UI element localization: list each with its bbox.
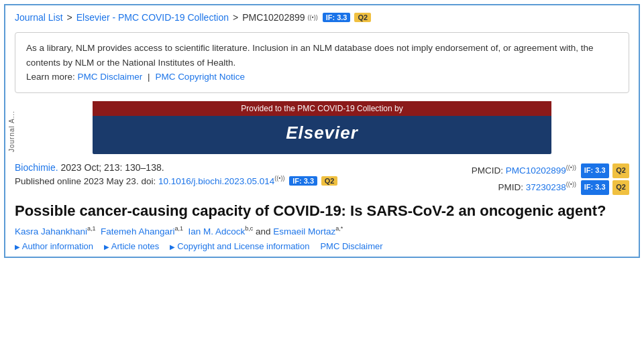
article-notes-link[interactable]: Article notes — [104, 241, 159, 251]
wireless-icon-breadcrumb: ((•)) — [308, 14, 318, 21]
author1-link[interactable]: Kasra Jahankhani — [15, 226, 87, 236]
doi-line: Published online 2023 May 23. doi: 10.10… — [15, 175, 472, 186]
pmcid-label: PMCID: — [472, 165, 503, 175]
breadcrumb-journal-list[interactable]: Journal List — [15, 12, 63, 23]
pmc-disclaimer-link[interactable]: PMC Disclaimer — [78, 72, 143, 82]
article-authors: Kasra Jahankhania,1 Fatemeh Ahangaria,1 … — [15, 225, 629, 236]
pmc-copyright-link[interactable]: PMC Copyright Notice — [155, 72, 245, 82]
author4-sup: a,* — [335, 225, 343, 232]
pipe-separator: | — [148, 72, 150, 82]
pmid-line: PMID: 37230238((•)) IF: 3.3 Q2 — [472, 179, 629, 196]
journal-line: Biochimie. 2023 Oct; 213: 130–138. — [15, 162, 472, 173]
breadcrumb-sep1: > — [67, 12, 72, 23]
author3-link[interactable]: Ian M. Adcock — [188, 226, 245, 236]
article-meta: Biochimie. 2023 Oct; 213: 130–138. Publi… — [15, 162, 629, 196]
journal-date-pages: 2023 Oct; 213: 130–138. — [60, 162, 164, 173]
pmc-disclaimer-footer-link[interactable]: PMC Disclaimer — [320, 241, 382, 251]
pmcid-line: PMCID: PMC10202899((•)) IF: 3.3 Q2 — [472, 162, 629, 179]
journal-tab-label: Journal A... — [8, 111, 15, 152]
banner-red-bar: Provided to the PMC COVID-19 Collection … — [93, 101, 551, 116]
author3-sup: b,c — [245, 225, 253, 232]
published-online-label: Published online 2023 May 23. doi: — [15, 176, 156, 186]
pmid-value-link[interactable]: 37230238 — [526, 182, 566, 192]
article-meta-left: Biochimie. 2023 Oct; 213: 130–138. Publi… — [15, 162, 472, 186]
q2-badge-breadcrumb: Q2 — [354, 13, 371, 22]
banner-provided-text: Provided to the PMC COVID-19 Collection … — [241, 104, 402, 113]
pmid-label: PMID: — [498, 182, 523, 192]
disclaimer-box: As a library, NLM provides access to sci… — [15, 32, 629, 93]
breadcrumb-sep2: > — [233, 12, 238, 23]
banner-publisher: Elsevier — [93, 123, 551, 143]
and-text: and — [256, 226, 273, 236]
if-badge-pmcid: IF: 3.3 — [581, 163, 609, 178]
article-meta-right: PMCID: PMC10202899((•)) IF: 3.3 Q2 PMID:… — [472, 162, 629, 196]
if-badge-breadcrumb: IF: 3.3 — [323, 13, 351, 22]
wireless-icon-pmcid: ((•)) — [566, 164, 576, 171]
journal-name-link[interactable]: Biochimie. — [15, 162, 58, 173]
elsevier-banner: Provided to the PMC COVID-19 Collection … — [93, 101, 551, 154]
author4-link[interactable]: Esmaeil Mortaz — [273, 226, 335, 236]
doi-link[interactable]: 10.1016/j.biochi.2023.05.014 — [158, 176, 274, 186]
article-title: Possible cancer-causing capacity of COVI… — [15, 202, 629, 221]
q2-badge-pmcid: Q2 — [612, 163, 629, 178]
if-badge-pmid: IF: 3.3 — [581, 180, 609, 195]
wireless-icon-doi: ((•)) — [274, 175, 284, 182]
main-container: Journal A... Journal List > Elsevier - P… — [4, 4, 640, 258]
breadcrumb: Journal List > Elsevier - PMC COVID-19 C… — [5, 5, 639, 27]
author2-link[interactable]: Fatemeh Ahangari — [101, 226, 174, 236]
pmcid-value-link[interactable]: PMC10202899 — [506, 165, 566, 175]
q2-badge-doi: Q2 — [321, 176, 338, 186]
learn-more-label: Learn more: — [26, 72, 75, 82]
q2-badge-pmid: Q2 — [612, 180, 629, 195]
disclaimer-text: As a library, NLM provides access to sci… — [26, 43, 593, 68]
breadcrumb-collection[interactable]: Elsevier - PMC COVID-19 Collection — [76, 12, 229, 23]
copyright-link[interactable]: Copyright and License information — [170, 241, 309, 251]
if-badge-doi: IF: 3.3 — [289, 176, 317, 186]
article-links: Author information Article notes Copyrig… — [15, 241, 629, 251]
author2-sup: a,1 — [174, 225, 183, 232]
breadcrumb-pmcid: PMC10202899 — [242, 12, 305, 23]
author1-sup: a,1 — [87, 225, 96, 232]
wireless-icon-pmid: ((•)) — [566, 181, 576, 188]
author-info-link[interactable]: Author information — [15, 241, 93, 251]
